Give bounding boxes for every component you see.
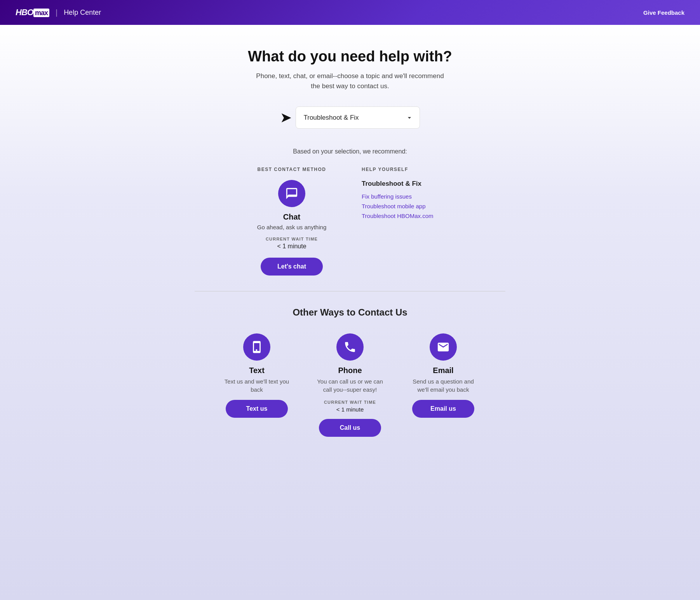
email-icon-circle bbox=[430, 333, 457, 361]
give-feedback-link[interactable]: Give Feedback bbox=[643, 9, 684, 16]
section-divider bbox=[195, 291, 505, 291]
chat-wait-time-value: < 1 minute bbox=[277, 243, 306, 250]
troubleshoot-hbomax-link[interactable]: Troubleshoot HBOMax.com bbox=[362, 213, 447, 219]
lets-chat-button[interactable]: Let's chat bbox=[261, 258, 323, 276]
phone-wait-label: CURRENT WAIT TIME bbox=[324, 400, 376, 405]
header-divider: | bbox=[56, 8, 57, 17]
best-contact-header: BEST CONTACT METHOD bbox=[258, 167, 326, 172]
best-contact-column: BEST CONTACT METHOD Chat Go ahead, ask u… bbox=[253, 167, 331, 276]
text-method-name: Text bbox=[249, 366, 265, 375]
phone-wait-value: < 1 minute bbox=[336, 406, 364, 413]
chat-wait-time-label: CURRENT WAIT TIME bbox=[266, 237, 318, 241]
email-icon bbox=[437, 340, 450, 354]
hero-section: What do you need help with? Phone, text,… bbox=[8, 48, 692, 91]
hero-subtitle: Phone, text, chat, or email--choose a to… bbox=[253, 71, 447, 91]
header-title: Help Center bbox=[64, 9, 101, 17]
mobile-phone-icon bbox=[250, 340, 263, 354]
phone-method-desc: You can call us or we can call you--supe… bbox=[317, 377, 383, 394]
fix-buffering-link[interactable]: Fix buffering issues bbox=[362, 193, 447, 200]
troubleshoot-mobile-link[interactable]: Troubleshoot mobile app bbox=[362, 203, 447, 209]
text-method-desc: Text us and we'll text you back bbox=[224, 377, 290, 394]
chat-icon bbox=[285, 187, 298, 200]
chat-method-desc: Go ahead, ask us anything bbox=[257, 224, 326, 230]
phone-icon-circle bbox=[336, 333, 364, 361]
arrow-right-icon: ➤ bbox=[280, 110, 291, 125]
help-yourself-column: HELP YOURSELF Troubleshoot & Fix Fix buf… bbox=[362, 167, 447, 276]
topic-dropdown[interactable]: Troubleshoot & Fix Billing & Payments Ac… bbox=[296, 106, 420, 129]
email-us-button[interactable]: Email us bbox=[412, 400, 474, 418]
call-us-button[interactable]: Call us bbox=[319, 419, 381, 437]
chat-icon-circle bbox=[278, 180, 305, 207]
email-method-desc: Send us a question and we'll email you b… bbox=[410, 377, 476, 394]
other-ways-title: Other Ways to Contact Us bbox=[8, 307, 692, 318]
hbo-max-logo: HBOmax bbox=[16, 7, 49, 17]
email-method-name: Email bbox=[433, 366, 453, 375]
header-left: HBOmax | Help Center bbox=[16, 7, 101, 17]
hero-title: What do you need help with? bbox=[8, 48, 692, 65]
phone-icon bbox=[343, 340, 357, 354]
phone-contact-item: Phone You can call us or we can call you… bbox=[315, 333, 385, 437]
other-ways-grid: Text Text us and we'll text you back Tex… bbox=[195, 333, 505, 437]
text-icon-circle bbox=[243, 333, 270, 361]
recommendation-grid: BEST CONTACT METHOD Chat Go ahead, ask u… bbox=[195, 167, 505, 276]
header: HBOmax | Help Center Give Feedback bbox=[0, 0, 700, 25]
chat-method-name: Chat bbox=[283, 213, 300, 222]
main-content: What do you need help with? Phone, text,… bbox=[0, 25, 700, 600]
dropdown-row: ➤ Troubleshoot & Fix Billing & Payments … bbox=[8, 106, 692, 129]
phone-method-name: Phone bbox=[338, 366, 362, 375]
help-yourself-section-title: Troubleshoot & Fix bbox=[362, 180, 447, 188]
text-us-button[interactable]: Text us bbox=[226, 400, 288, 418]
recommendation-label: Based on your selection, we recommend: bbox=[8, 148, 692, 155]
email-contact-item: Email Send us a question and we'll email… bbox=[408, 333, 478, 437]
help-yourself-header: HELP YOURSELF bbox=[362, 167, 447, 172]
text-contact-item: Text Text us and we'll text you back Tex… bbox=[222, 333, 292, 437]
